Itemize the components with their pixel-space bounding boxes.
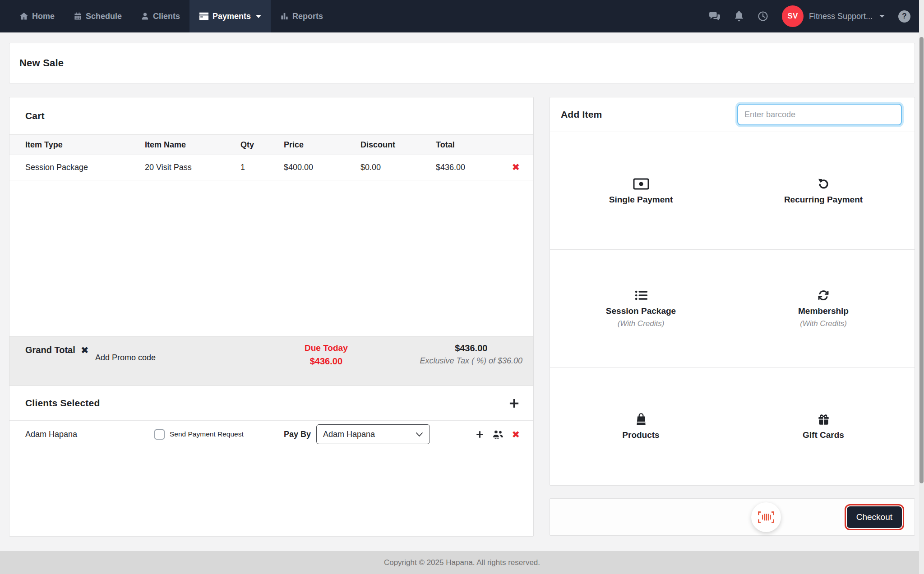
gift-icon: [818, 413, 830, 426]
home-icon: [19, 12, 28, 21]
nav-item-home[interactable]: Home: [10, 0, 64, 32]
clients-selected-title: Clients Selected: [25, 398, 100, 409]
credit-card-icon: [199, 12, 209, 21]
barcode-input[interactable]: [737, 104, 902, 125]
add-item-tile-grid: Single Payment Recurring Payment Session…: [550, 132, 915, 485]
pay-by-value: Adam Hapana: [323, 430, 375, 439]
help-icon[interactable]: ?: [898, 10, 910, 23]
send-payment-request-label: Send Payment Request: [170, 430, 244, 438]
users-icon: [492, 430, 504, 439]
cart-title: Cart: [25, 110, 45, 121]
plus-icon: [508, 398, 520, 409]
add-client-button[interactable]: [508, 398, 520, 409]
col-total: Total: [436, 140, 510, 150]
remove-client-icon[interactable]: ✖: [512, 430, 520, 439]
top-navbar: Home Schedule Clients Payments Report: [0, 0, 924, 32]
send-payment-request-option[interactable]: Send Payment Request: [154, 429, 284, 440]
cell-total: $436.00: [436, 163, 510, 172]
tax-note: Exclusive Tax ( %) of $36.00: [420, 356, 522, 366]
client-row: Adam Hapana Send Payment Request Pay By …: [9, 420, 533, 448]
tile-recurring-payment[interactable]: Recurring Payment: [732, 132, 915, 250]
clients-icon: [141, 12, 149, 21]
add-item-title: Add Item: [561, 109, 602, 120]
checkout-button[interactable]: Checkout: [847, 506, 902, 528]
col-qty: Qty: [240, 140, 284, 150]
main-content: New Sale Cart Item Type Item Name Qty Pr…: [0, 32, 924, 551]
page-footer: Copyright © 2025 Hapana. All rights rese…: [0, 551, 924, 574]
tile-membership[interactable]: Membership (With Credits): [732, 250, 915, 367]
add-item-for-client-button[interactable]: [476, 430, 484, 439]
due-today-label: Due Today: [305, 343, 348, 353]
send-payment-request-checkbox[interactable]: [154, 429, 165, 440]
money-bill-icon: [633, 177, 649, 191]
messages-icon[interactable]: [709, 11, 721, 21]
rotate-left-icon: [817, 177, 830, 191]
chevron-down-icon: [256, 15, 261, 18]
list-icon: [635, 289, 647, 302]
page-scrollbar[interactable]: [919, 0, 924, 574]
tile-products[interactable]: Products: [550, 367, 732, 485]
nav-utilities: SV Fitness Support... ?: [709, 0, 924, 32]
client-name: Adam Hapana: [25, 430, 154, 439]
clients-empty-space: [9, 448, 533, 536]
cell-item-name: 20 Visit Pass: [145, 163, 240, 172]
scrollbar-thumb[interactable]: [919, 37, 924, 483]
copyright-text: Copyright © 2025 Hapana. All rights rese…: [384, 558, 540, 567]
grand-total-bar: Grand Total ✖ Add Promo code Due Today $…: [9, 336, 533, 386]
cell-price: $400.00: [284, 163, 360, 172]
calendar-icon: [74, 12, 82, 21]
cart-empty-space: [9, 180, 533, 336]
cart-table-row: Session Package 20 Visit Pass 1 $400.00 …: [9, 155, 533, 180]
pay-by-select[interactable]: Adam Hapana: [316, 424, 430, 444]
col-item-name: Item Name: [145, 140, 240, 150]
tile-single-payment[interactable]: Single Payment: [550, 132, 732, 250]
cell-discount: $0.00: [360, 163, 436, 172]
nav-item-clients[interactable]: Clients: [131, 0, 189, 32]
due-today-amount: $436.00: [305, 356, 348, 367]
notifications-icon[interactable]: [734, 11, 744, 22]
chevron-down-icon: [416, 432, 423, 437]
cell-qty: 1: [240, 163, 284, 172]
sync-icon: [817, 289, 830, 302]
cart-table-header: Item Type Item Name Qty Price Discount T…: [9, 134, 533, 155]
linked-clients-button[interactable]: [492, 430, 504, 439]
remove-cart-item-icon[interactable]: ✖: [512, 162, 520, 172]
nav-item-payments[interactable]: Payments: [189, 0, 271, 32]
grand-total-amount: $436.00: [420, 343, 522, 354]
cart-panel: Cart Item Type Item Name Qty Price Disco…: [9, 97, 534, 537]
grand-total-label: Grand Total: [25, 345, 75, 355]
add-promo-code-link[interactable]: Add Promo code: [95, 353, 156, 363]
chevron-down-icon: [879, 15, 885, 18]
nav-item-reports[interactable]: Reports: [271, 0, 333, 32]
col-item-type: Item Type: [25, 140, 145, 150]
grand-total-amount-block: $436.00 Exclusive Tax ( %) of $36.00: [420, 343, 522, 366]
checkout-bar: Checkout: [550, 498, 915, 536]
bar-chart-icon: [280, 12, 289, 21]
col-discount: Discount: [360, 140, 436, 150]
page-title-card: New Sale: [9, 43, 915, 83]
barcode-scan-button[interactable]: [751, 502, 781, 532]
add-item-panel: Add Item Single Payment Recurr: [550, 97, 915, 486]
avatar[interactable]: SV: [782, 5, 804, 27]
shopping-bag-icon: [635, 413, 647, 426]
account-menu[interactable]: SV Fitness Support...: [782, 5, 885, 27]
col-price: Price: [284, 140, 360, 150]
clients-selected-header: Clients Selected: [9, 386, 533, 420]
tile-session-package[interactable]: Session Package (With Credits): [550, 250, 732, 367]
pay-by-label: Pay By: [284, 430, 311, 439]
clear-promo-icon[interactable]: ✖: [81, 345, 89, 355]
cell-item-type: Session Package: [25, 163, 145, 172]
due-today-block: Due Today $436.00: [305, 343, 348, 367]
tile-gift-cards[interactable]: Gift Cards: [732, 367, 915, 485]
page-title: New Sale: [19, 57, 64, 69]
history-icon[interactable]: [758, 11, 768, 22]
barcode-scan-icon: [758, 511, 775, 523]
nav-item-schedule[interactable]: Schedule: [64, 0, 131, 32]
nav-menu: Home Schedule Clients Payments Report: [0, 0, 333, 32]
account-label: Fitness Support...: [809, 12, 873, 21]
plus-icon: [476, 430, 484, 439]
